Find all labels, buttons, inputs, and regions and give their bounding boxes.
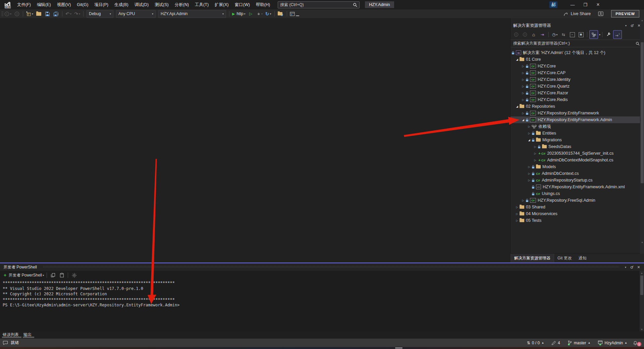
terminal-close-button[interactable]: × <box>635 264 642 270</box>
tree-item[interactable]: C#Usings.cs <box>511 190 644 197</box>
save-all-button[interactable] <box>52 10 60 17</box>
terminal-scroll-down-icon[interactable]: ▼ <box>640 327 644 331</box>
terminal-output[interactable]: ****************************************… <box>0 280 644 331</box>
tree-item[interactable]: ▷C#HZY.Core.Redis <box>511 96 644 103</box>
menu-item[interactable]: 视图(V) <box>54 0 74 9</box>
tree-item[interactable]: ▷C#HZY.Repository.FreeSql.Admin <box>511 197 644 204</box>
new-terminal-button[interactable]: + 开发者 PowerShell ▾ <box>3 271 45 279</box>
menu-item[interactable]: Git(G) <box>74 0 91 9</box>
tree-item[interactable]: ▷03 Shared <box>511 204 644 210</box>
sync-selection-button[interactable]: ⇆ <box>559 31 568 38</box>
tree-collapsed-icon[interactable]: ▷ <box>521 78 526 81</box>
tree-collapsed-icon[interactable]: ▷ <box>527 172 532 175</box>
terminal-drag-grip[interactable] <box>43 266 619 268</box>
sync-with-active-document-button[interactable]: ⇥ <box>538 31 546 38</box>
tree-collapsed-icon[interactable]: ▷ <box>527 179 532 182</box>
solution-explorer-search-box[interactable]: 搜索解决方案资源管理器(Ctrl+;) ▾ <box>511 40 644 47</box>
terminal-settings-button[interactable] <box>70 271 78 279</box>
live-share-button[interactable]: Live Share <box>564 11 591 16</box>
menu-item[interactable]: 编辑(E) <box>34 0 54 9</box>
tree-collapsed-icon[interactable]: ▷ <box>527 125 532 128</box>
toggle-dropdown-icon[interactable]: ▾ <box>599 33 600 36</box>
tree-expanded-icon[interactable]: ◢ <box>515 105 520 108</box>
se-home-button[interactable]: ⌂ <box>530 31 538 38</box>
menu-item[interactable]: 测试(S) <box>152 0 172 9</box>
tree-item[interactable]: ▷C#AdminRepositoryStartup.cs <box>511 177 644 184</box>
properties-button[interactable] <box>604 31 612 38</box>
panel-tab[interactable]: 解决方案资源管理器 <box>511 254 554 262</box>
menu-item[interactable]: 帮助(H) <box>253 0 273 9</box>
repository-selector[interactable]: HzyAdmin ▲ <box>596 339 629 347</box>
toolbar-grip[interactable] <box>1 11 3 16</box>
tree-item[interactable]: ▷C#HZY.Core.CAP <box>511 69 644 76</box>
menu-item[interactable]: 文件(F) <box>14 0 34 9</box>
copy-button[interactable] <box>49 271 57 279</box>
tree-collapsed-icon[interactable]: ▷ <box>533 145 538 148</box>
se-forward-button[interactable] <box>521 31 529 38</box>
menu-item[interactable]: 分析(N) <box>172 0 192 9</box>
collapse-all-button[interactable]: − <box>568 31 576 38</box>
save-button[interactable] <box>43 10 51 17</box>
menu-item[interactable]: 调试(D) <box>131 0 152 9</box>
se-back-button[interactable] <box>512 31 520 38</box>
tree-item[interactable]: ▷+C#AdminDbContextModelSnapshot.cs <box>511 157 644 163</box>
tree-item[interactable]: ▷依赖项 <box>511 123 644 130</box>
notifications-button[interactable]: 1 <box>633 340 641 346</box>
minimize-button[interactable]: — <box>566 0 579 9</box>
panel-tab[interactable]: Git 更改 <box>554 254 575 262</box>
tree-item[interactable]: ▷SeedsDatas <box>511 143 644 150</box>
tree-item[interactable]: </>HZY.Repository.EntityFramework.Admin.… <box>511 184 644 190</box>
pending-changes-filter-button[interactable]: ◷▾ <box>551 31 559 38</box>
menu-item[interactable]: 窗口(W) <box>232 0 253 9</box>
show-all-files-button[interactable]: ▣ <box>577 31 585 38</box>
tree-item-selected[interactable]: ◢C#HZY.Repository.EntityFramework.Admin <box>511 116 644 123</box>
track-active-item-button[interactable] <box>613 30 622 39</box>
tree-item[interactable]: ∞解决方案 'HZY.Admin' (12 个项目，共 12 个) <box>511 49 644 56</box>
tree-item[interactable]: ▷Entities <box>511 130 644 137</box>
open-folder-button[interactable] <box>35 10 43 17</box>
tree-collapsed-icon[interactable]: ▷ <box>521 65 526 68</box>
terminal-scroll-up-icon[interactable]: ▲ <box>640 271 644 275</box>
tree-item[interactable]: ◢01 Core <box>511 56 644 63</box>
tree-collapsed-icon[interactable]: ▷ <box>521 71 526 74</box>
tree-collapsed-icon[interactable]: ▷ <box>527 165 532 168</box>
tree-collapsed-icon[interactable]: ▷ <box>521 85 526 88</box>
tree-item[interactable]: ▷C#AdminDbContext.cs <box>511 170 644 177</box>
new-project-button[interactable]: ▾ <box>25 10 34 17</box>
pending-edits-status[interactable]: 4 <box>549 339 562 347</box>
menu-item[interactable]: 生成(B) <box>111 0 131 9</box>
pin-button[interactable]: ⚲ <box>629 22 636 29</box>
navigate-back-button[interactable]: ▾ <box>4 10 12 17</box>
restore-button[interactable]: ❐ <box>579 0 592 9</box>
undo-button[interactable]: ↶▾ <box>64 10 72 17</box>
account-avatar[interactable]: 郝 <box>549 1 557 8</box>
browser-window-button[interactable]: ▁ <box>289 10 300 17</box>
tree-collapsed-icon[interactable]: ▷ <box>521 112 526 115</box>
start-debugging-button[interactable]: ▶ http ▾ <box>231 10 246 17</box>
tree-expanded-icon[interactable]: ◢ <box>521 118 526 121</box>
restart-button[interactable]: ↻▾ <box>264 10 272 17</box>
tree-collapsed-icon[interactable]: ▷ <box>521 199 526 202</box>
tree-item[interactable]: ◢Migrations <box>511 137 644 143</box>
solution-explorer-scrollbar[interactable]: ▲ ▼ <box>640 18 644 254</box>
feedback-button[interactable] <box>598 11 604 16</box>
tree-collapsed-icon[interactable]: ▷ <box>521 92 526 95</box>
close-button[interactable]: × <box>592 0 604 9</box>
tree-collapsed-icon[interactable]: ▷ <box>521 98 526 101</box>
tree-item[interactable]: ▷05 Tests <box>511 217 644 224</box>
tree-expanded-icon[interactable]: ◢ <box>527 139 532 142</box>
terminal-pin-button[interactable]: ⚲ <box>629 264 635 270</box>
branch-selector[interactable]: master ▲ <box>566 339 593 347</box>
tree-item[interactable]: ▷04 Microservices <box>511 210 644 217</box>
tree-collapsed-icon[interactable]: ▷ <box>533 152 538 155</box>
startup-project-combo[interactable]: HZY.Api.Admin ▾ <box>158 10 226 18</box>
redo-button[interactable]: ↷▾ <box>73 10 81 17</box>
hot-reload-button[interactable]: ▾ <box>256 10 264 17</box>
tree-collapsed-icon[interactable]: ▷ <box>527 132 532 135</box>
paste-button[interactable] <box>58 271 66 279</box>
menu-item[interactable]: 工具(T) <box>192 0 212 9</box>
menu-item[interactable]: 扩展(X) <box>212 0 232 9</box>
tree-collapsed-icon[interactable]: ▷ <box>515 212 520 215</box>
tree-item[interactable]: ▷C#HZY.Core.Razor <box>511 90 644 96</box>
start-without-debugging-button[interactable]: ▷ <box>247 10 255 17</box>
